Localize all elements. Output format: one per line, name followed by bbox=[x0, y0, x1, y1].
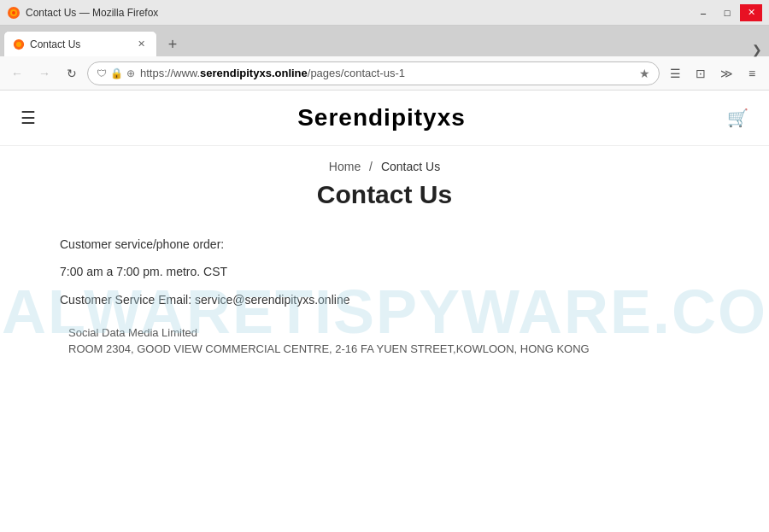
forward-button[interactable]: → bbox=[32, 61, 56, 85]
company-info: Social Data Media Limited ROOM 2304, GOO… bbox=[51, 326, 718, 355]
tabbar-end: ❯ bbox=[752, 43, 766, 56]
maximize-button[interactable]: □ bbox=[716, 4, 738, 21]
service-hours: 7:00 am a 7:00 pm. metro. CST bbox=[60, 262, 709, 281]
page-content: Contact Us Customer service/phone order:… bbox=[17, 180, 752, 393]
breadcrumb-separator: / bbox=[369, 160, 373, 173]
hamburger-menu-icon[interactable]: ☰ bbox=[21, 108, 36, 128]
new-tab-button[interactable]: + bbox=[161, 32, 185, 56]
site-header: ☰ Serendipityxs 🛒 bbox=[0, 91, 769, 146]
cart-icon[interactable]: 🛒 bbox=[727, 108, 748, 128]
email-link[interactable]: service@serendipityxs.online bbox=[195, 293, 350, 307]
bookmark-star-icon[interactable]: ★ bbox=[639, 67, 650, 80]
service-label: Customer service/phone order: bbox=[60, 235, 709, 254]
tab-close-button[interactable]: ✕ bbox=[134, 38, 148, 51]
url-path: /pages/contact-us-1 bbox=[308, 67, 405, 79]
contact-info: Customer service/phone order: 7:00 am a … bbox=[51, 235, 718, 309]
back-button[interactable]: ← bbox=[5, 61, 29, 85]
svg-point-2 bbox=[12, 11, 15, 15]
nav-right-buttons: ☰ ⊡ ≫ ≡ bbox=[663, 61, 764, 85]
breadcrumb-current: Contact Us bbox=[381, 160, 440, 173]
pocket-button[interactable]: ☰ bbox=[663, 61, 687, 85]
tab-favicon bbox=[13, 38, 25, 50]
titlebar-left: Contact Us — Mozilla Firefox bbox=[7, 6, 158, 20]
breadcrumb-home-link[interactable]: Home bbox=[329, 160, 361, 173]
email-label: Customer Service Email: bbox=[60, 293, 191, 307]
titlebar-controls: – □ ✕ bbox=[692, 4, 762, 21]
svg-point-4 bbox=[16, 41, 21, 46]
address-bar[interactable]: 🛡 🔒 ⊕ https://www.serendipityxs.online/p… bbox=[87, 61, 660, 85]
minimize-button[interactable]: – bbox=[692, 4, 714, 21]
address-text: https://www.serendipityxs.online/pages/c… bbox=[140, 67, 634, 79]
url-prefix: https://www. bbox=[140, 67, 200, 79]
site-logo-title: Serendipityxs bbox=[297, 104, 466, 132]
titlebar: Contact Us — Mozilla Firefox – □ ✕ bbox=[0, 0, 769, 26]
titlebar-title: Contact Us — Mozilla Firefox bbox=[26, 7, 158, 19]
tab-list-chevron[interactable]: ❯ bbox=[752, 43, 762, 56]
lock-icon: 🔒 bbox=[110, 67, 123, 79]
email-line: Customer Service Email: service@serendip… bbox=[60, 290, 709, 309]
page-heading: Contact Us bbox=[51, 180, 718, 209]
tabbar: Contact Us ✕ + ❯ bbox=[0, 26, 769, 56]
browser-content: MALWARETISPYWARE.COM ☰ Serendipityxs 🛒 H… bbox=[0, 91, 769, 532]
tab-title: Contact Us bbox=[30, 38, 129, 50]
menu-button[interactable]: ≡ bbox=[740, 61, 764, 85]
active-tab[interactable]: Contact Us ✕ bbox=[3, 31, 157, 56]
company-address: ROOM 2304, GOOD VIEW COMMERCIAL CENTRE, … bbox=[68, 342, 718, 355]
connection-icon: ⊕ bbox=[126, 67, 135, 79]
extensions-button[interactable]: ≫ bbox=[714, 61, 738, 85]
reload-button[interactable]: ↻ bbox=[60, 61, 84, 85]
shield-icon: 🛡 bbox=[97, 67, 107, 79]
url-domain: serendipityxs.online bbox=[200, 67, 308, 79]
close-button[interactable]: ✕ bbox=[740, 4, 762, 21]
breadcrumb: Home / Contact Us bbox=[0, 146, 769, 180]
company-name: Social Data Media Limited bbox=[68, 326, 718, 339]
firefox-icon bbox=[7, 6, 21, 20]
navbar: ← → ↻ 🛡 🔒 ⊕ https://www.serendipityxs.on… bbox=[0, 56, 769, 91]
address-security-icons: 🛡 🔒 ⊕ bbox=[97, 67, 135, 79]
reader-view-button[interactable]: ⊡ bbox=[689, 61, 713, 85]
